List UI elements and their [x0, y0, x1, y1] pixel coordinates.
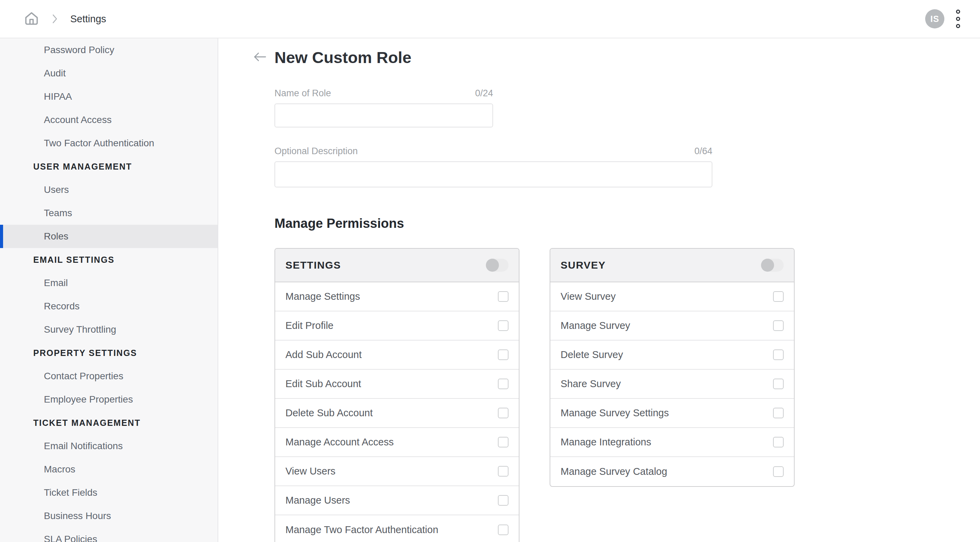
- description-counter: 0/64: [694, 146, 713, 157]
- view-users-checkbox[interactable]: [498, 466, 509, 477]
- name-counter: 0/24: [475, 88, 493, 99]
- sidebar-item-hipaa[interactable]: HIPAA: [0, 85, 218, 108]
- topbar-right: IS: [925, 8, 962, 30]
- permission-label: Manage Integrations: [561, 437, 651, 448]
- permission-row-edit-sub-account: Edit Sub Account: [275, 370, 519, 399]
- avatar[interactable]: IS: [925, 9, 944, 29]
- card-header-survey: SURVEY: [550, 249, 794, 282]
- permission-label: Delete Survey: [561, 349, 623, 361]
- permission-row-manage-users: Manage Users: [275, 486, 519, 515]
- kebab-dot: [956, 10, 960, 14]
- manage-settings-checkbox[interactable]: [498, 291, 509, 302]
- sidebar-nav-list: Password PolicyAuditHIPAAAccount AccessT…: [0, 38, 218, 542]
- permission-label: Add Sub Account: [285, 349, 362, 361]
- manage-permissions-heading: Manage Permissions: [274, 216, 980, 231]
- sidebar-item-employee-properties[interactable]: Employee Properties: [0, 388, 218, 411]
- sidebar-section-email-settings: EMAIL SETTINGS: [0, 248, 218, 271]
- permission-row-view-users: View Users: [275, 457, 519, 486]
- settings-toggle[interactable]: [486, 259, 509, 272]
- main-content: New Custom Role Name of Role 0/24 Option…: [218, 38, 980, 542]
- permission-label: Manage Users: [285, 495, 350, 506]
- top-bar: Settings IS: [0, 0, 980, 38]
- edit-profile-checkbox[interactable]: [498, 320, 509, 331]
- optional-description-label: Optional Description: [274, 146, 358, 157]
- sidebar-section-ticket-management: TICKET MANAGEMENT: [0, 411, 218, 434]
- permission-label: Manage Account Access: [285, 437, 394, 448]
- manage-integrations-checkbox[interactable]: [773, 437, 784, 447]
- delete-sub-account-checkbox[interactable]: [498, 408, 509, 418]
- manage-two-factor-authentication-checkbox[interactable]: [498, 525, 509, 535]
- kebab-dot: [956, 24, 960, 28]
- manage-users-checkbox[interactable]: [498, 495, 509, 506]
- permission-row-add-sub-account: Add Sub Account: [275, 340, 519, 370]
- back-button[interactable]: [253, 51, 267, 64]
- home-icon: [24, 11, 39, 27]
- permission-label: Edit Profile: [285, 320, 333, 331]
- permission-label: Manage Two Factor Authentication: [285, 524, 438, 536]
- settings-sidebar: Password PolicyAuditHIPAAAccount AccessT…: [0, 38, 218, 542]
- name-of-role-label: Name of Role: [274, 88, 331, 99]
- sidebar-item-teams[interactable]: Teams: [0, 202, 218, 225]
- kebab-dot: [956, 17, 960, 21]
- sidebar-item-two-factor-authentication[interactable]: Two Factor Authentication: [0, 132, 218, 155]
- card-title-survey: SURVEY: [561, 259, 606, 271]
- manage-survey-checkbox[interactable]: [773, 320, 784, 331]
- permission-row-manage-settings: Manage Settings: [275, 282, 519, 312]
- sidebar-item-business-hours[interactable]: Business Hours: [0, 504, 218, 528]
- sidebar-item-ticket-fields[interactable]: Ticket Fields: [0, 481, 218, 504]
- permission-row-manage-two-factor-authentication: Manage Two Factor Authentication: [275, 515, 519, 542]
- breadcrumb-current: Settings: [70, 13, 106, 25]
- sidebar-item-macros[interactable]: Macros: [0, 458, 218, 481]
- survey-toggle[interactable]: [761, 259, 784, 272]
- sidebar-section-user-management: USER MANAGEMENT: [0, 155, 218, 178]
- permission-label: Manage Survey Settings: [561, 407, 669, 419]
- manage-survey-catalog-checkbox[interactable]: [773, 466, 784, 477]
- permission-row-share-survey: Share Survey: [550, 370, 794, 399]
- sidebar-item-password-policy[interactable]: Password Policy: [0, 38, 218, 62]
- sidebar-item-sla-policies[interactable]: SLA Policies: [0, 528, 218, 542]
- permission-row-view-survey: View Survey: [550, 282, 794, 312]
- share-survey-checkbox[interactable]: [773, 378, 784, 389]
- permission-card-survey: SURVEYView SurveyManage SurveyDelete Sur…: [550, 248, 795, 487]
- add-sub-account-checkbox[interactable]: [498, 350, 509, 360]
- sidebar-item-users[interactable]: Users: [0, 178, 218, 202]
- permission-row-delete-survey: Delete Survey: [550, 340, 794, 370]
- permission-cards: SETTINGSManage SettingsEdit ProfileAdd S…: [274, 248, 980, 542]
- permission-label: Manage Survey: [561, 320, 630, 331]
- sidebar-item-survey-throttling[interactable]: Survey Throttling: [0, 318, 218, 341]
- sidebar-item-email[interactable]: Email: [0, 271, 218, 295]
- arrow-left-icon: [254, 52, 267, 63]
- sidebar-item-contact-properties[interactable]: Contact Properties: [0, 364, 218, 388]
- kebab-menu-icon[interactable]: [954, 8, 962, 30]
- toggle-knob: [486, 259, 499, 272]
- manage-account-access-checkbox[interactable]: [498, 437, 509, 447]
- sidebar-item-account-access[interactable]: Account Access: [0, 108, 218, 132]
- sidebar-item-email-notifications[interactable]: Email Notifications: [0, 434, 218, 458]
- permission-label: Manage Survey Catalog: [561, 466, 667, 477]
- view-survey-checkbox[interactable]: [773, 291, 784, 302]
- sidebar-item-roles[interactable]: Roles: [0, 225, 218, 248]
- edit-sub-account-checkbox[interactable]: [498, 378, 509, 389]
- manage-survey-settings-checkbox[interactable]: [773, 408, 784, 418]
- permission-label: View Survey: [561, 291, 616, 302]
- home-button[interactable]: [24, 11, 40, 27]
- permission-label: Manage Settings: [285, 291, 360, 302]
- breadcrumb: Settings: [24, 11, 106, 27]
- sidebar-item-records[interactable]: Records: [0, 295, 218, 318]
- sidebar-section-property-settings: PROPERTY SETTINGS: [0, 341, 218, 364]
- permission-card-settings: SETTINGSManage SettingsEdit ProfileAdd S…: [274, 248, 519, 542]
- permission-row-manage-survey-settings: Manage Survey Settings: [550, 399, 794, 428]
- toggle-knob: [761, 259, 774, 272]
- optional-description-input[interactable]: [274, 161, 713, 188]
- permission-row-manage-integrations: Manage Integrations: [550, 428, 794, 457]
- name-of-role-input[interactable]: [274, 103, 493, 127]
- permission-row-manage-survey: Manage Survey: [550, 312, 794, 340]
- delete-survey-checkbox[interactable]: [773, 350, 784, 360]
- permission-label: Share Survey: [561, 378, 621, 389]
- sidebar-item-audit[interactable]: Audit: [0, 62, 218, 85]
- chevron-right-icon: [51, 14, 59, 23]
- permission-row-edit-profile: Edit Profile: [275, 312, 519, 340]
- permission-label: Edit Sub Account: [285, 378, 361, 389]
- permission-row-manage-account-access: Manage Account Access: [275, 428, 519, 457]
- page-title: New Custom Role: [274, 48, 412, 67]
